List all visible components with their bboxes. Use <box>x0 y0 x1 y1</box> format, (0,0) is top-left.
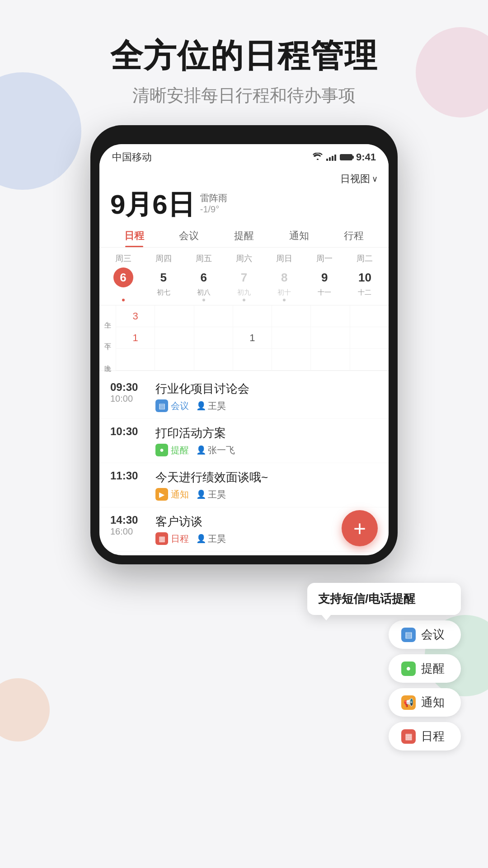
type-label-1: 提醒 <box>171 444 189 456</box>
date-num-5: 9 <box>314 267 334 287</box>
day-name-周六: 周六 <box>224 253 264 264</box>
date-cell-1[interactable]: 5初七 <box>143 267 183 301</box>
view-label: 日视图 <box>340 172 370 186</box>
lunar-day-3: 初九 <box>237 288 251 297</box>
event-title-0: 行业化项目讨论会 <box>155 381 378 397</box>
event-details-1: 打印活动方案●提醒👤张一飞 <box>155 425 378 456</box>
date-cell-4[interactable]: 8初十 <box>264 267 305 301</box>
person-icon-3: 👤 <box>196 534 206 544</box>
lunar-day-6: 十二 <box>358 288 371 297</box>
date-dot-3 <box>243 299 245 301</box>
event-cell-0-4 <box>272 305 310 327</box>
tooltip-bubble: 支持短信/电话提醒 <box>307 583 461 615</box>
date-num-6: 10 <box>355 267 375 287</box>
carrier-text: 中国移动 <box>112 150 152 164</box>
weather-type: 雷阵雨 <box>200 192 227 204</box>
phone-notch <box>208 134 280 141</box>
action-btn-meeting[interactable]: ▤会议 <box>389 620 461 649</box>
action-btn-schedule[interactable]: ▦日程 <box>389 722 461 751</box>
date-cell-0[interactable]: 6初八 <box>103 267 143 301</box>
event-cell-2-4 <box>272 349 310 371</box>
type-icon-notice: ▶ <box>155 488 168 501</box>
type-icon-schedule: ▦ <box>155 532 168 545</box>
schedule-item-2[interactable]: 11:30今天进行绩效面谈哦~▶通知👤王昊 <box>99 463 389 507</box>
event-cell-0-1 <box>155 305 193 327</box>
status-time: 9:41 <box>356 151 376 163</box>
person-icon-0: 👤 <box>196 401 206 411</box>
week-calendar: 周三周四周五周六周日周一周二 6初八5初七6初八7初九8初十9十一10十二 <box>99 248 389 301</box>
tab-item-提醒[interactable]: 提醒 <box>216 224 272 247</box>
time-label-下午: 下午 <box>99 327 116 349</box>
phone-outer: 中国移动 9:41 日 <box>90 125 398 564</box>
view-selector[interactable]: 日视图 ∨ <box>99 169 389 188</box>
person-icon-1: 👤 <box>196 445 206 455</box>
event-col-5 <box>310 305 349 371</box>
date-header: 9月6日 雷阵雨 -1/9° <box>99 188 389 224</box>
person-name-2: 王昊 <box>208 488 226 501</box>
type-icon-reminder: ● <box>155 444 168 456</box>
event-meta-1: ●提醒👤张一飞 <box>155 444 378 456</box>
time-col-3: 14:3016:00 <box>110 514 146 537</box>
date-num-0: 6 <box>113 267 133 287</box>
time-start-1: 10:30 <box>110 425 146 438</box>
time-label-晚上: 晚上 <box>99 349 116 371</box>
event-cell-2-6 <box>350 349 389 371</box>
time-end-3: 16:00 <box>110 526 146 537</box>
event-person-3: 👤王昊 <box>196 533 226 545</box>
action-btn-notice[interactable]: 📢通知 <box>389 688 461 717</box>
main-title: 全方位的日程管理 <box>0 36 488 75</box>
date-cell-6[interactable]: 10十二 <box>345 267 385 301</box>
time-end-0: 10:00 <box>110 394 146 404</box>
event-cell-2-2 <box>194 349 233 371</box>
tab-item-日程[interactable]: 日程 <box>107 224 162 247</box>
event-person-0: 👤王昊 <box>196 400 226 412</box>
tab-item-通知[interactable]: 通知 <box>272 224 327 247</box>
event-type-badge-2: ▶通知 <box>155 488 189 501</box>
event-cell-0-6 <box>350 305 389 327</box>
person-name-3: 王昊 <box>208 533 226 545</box>
tab-bar: 日程会议提醒通知行程 <box>99 224 389 248</box>
date-cell-5[interactable]: 9十一 <box>305 267 345 301</box>
event-col-1 <box>155 305 193 371</box>
person-icon-2: 👤 <box>196 489 206 499</box>
event-cell-1-1 <box>155 327 193 349</box>
event-type-badge-1: ●提醒 <box>155 444 189 456</box>
weather-temp: -1/9° <box>200 204 227 215</box>
chevron-down-icon: ∨ <box>372 174 378 184</box>
day-name-周二: 周二 <box>345 253 385 264</box>
event-cell-1-3: 1 <box>233 327 272 349</box>
event-person-2: 👤王昊 <box>196 488 226 501</box>
event-cell-1-0: 1 <box>116 327 155 349</box>
phone-wrapper: 中国移动 9:41 日 <box>0 125 488 564</box>
floating-panel: 支持短信/电话提醒 ▤会议●提醒📢通知▦日程 <box>307 583 461 751</box>
time-col-1: 10:30 <box>110 425 146 438</box>
event-col-2 <box>194 305 233 371</box>
current-date: 9月6日 <box>110 191 195 218</box>
lunar-day-0: 初八 <box>115 288 132 297</box>
date-dot-0 <box>122 299 125 301</box>
status-icons: 9:41 <box>313 151 376 163</box>
schedule-item-1[interactable]: 10:30打印活动方案●提醒👤张一飞 <box>99 419 389 463</box>
event-cell-0-3 <box>233 305 272 327</box>
header-section: 全方位的日程管理 清晰安排每日行程和待办事项 <box>0 0 488 125</box>
date-cell-3[interactable]: 7初九 <box>224 267 264 301</box>
action-btn-reminder[interactable]: ●提醒 <box>389 654 461 683</box>
action-icon-reminder: ● <box>401 662 416 676</box>
tab-item-会议[interactable]: 会议 <box>162 224 217 247</box>
event-type-badge-3: ▦日程 <box>155 532 189 545</box>
event-person-1: 👤张一飞 <box>196 444 235 456</box>
schedule-item-0[interactable]: 09:3010:00行业化项目讨论会▤会议👤王昊 <box>99 375 389 419</box>
action-icon-meeting: ▤ <box>401 628 416 642</box>
date-cell-2[interactable]: 6初八 <box>183 267 224 301</box>
event-cell-1-2 <box>194 327 233 349</box>
action-label-notice: 通知 <box>421 694 445 710</box>
day-name-周三: 周三 <box>103 253 143 264</box>
view-selector-btn[interactable]: 日视图 ∨ <box>340 172 378 186</box>
event-cell-2-3 <box>233 349 272 371</box>
tab-item-行程[interactable]: 行程 <box>326 224 381 247</box>
lunar-day-2: 初八 <box>197 288 211 297</box>
fab-button[interactable]: + <box>342 510 378 546</box>
lunar-day-4: 初十 <box>277 288 291 297</box>
person-name-1: 张一飞 <box>208 444 235 456</box>
type-label-2: 通知 <box>171 488 189 501</box>
